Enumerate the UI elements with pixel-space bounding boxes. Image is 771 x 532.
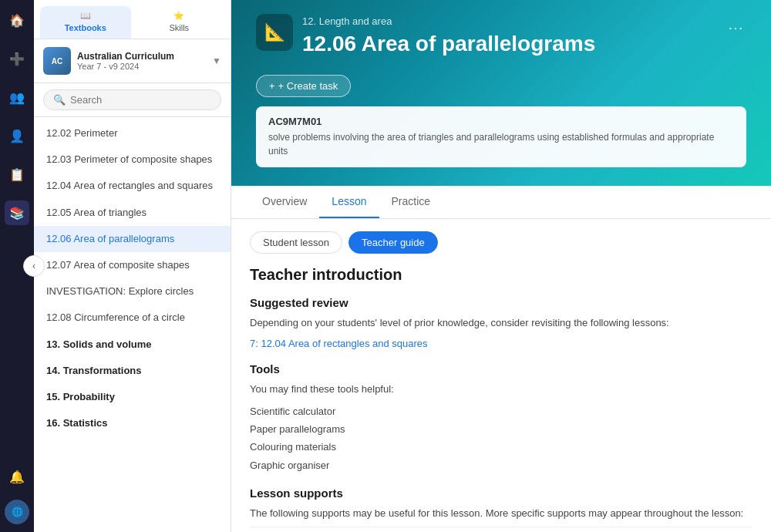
list-item-section[interactable]: 15. Probability: [34, 384, 231, 410]
tool-item: Colouring materials: [250, 438, 752, 456]
list-item[interactable]: 12.03 Perimeter of composite shapes: [34, 146, 231, 173]
article-tools-intro: You may find these tools helpful:: [250, 382, 752, 398]
avatar-icon[interactable]: 🌐: [5, 500, 29, 524]
create-task-button[interactable]: + + Create task: [256, 75, 351, 97]
person-icon[interactable]: 👤: [5, 123, 29, 148]
tab-overview[interactable]: Overview: [250, 186, 319, 218]
tools-list: Scientific calculator Paper parallelogra…: [250, 402, 752, 475]
article-review-body: Depending on your students' level of pri…: [250, 315, 752, 332]
sidebar-search: 🔍: [34, 83, 231, 117]
search-input-wrap: 🔍: [43, 89, 221, 110]
list-item-section[interactable]: 14. Transformations: [34, 358, 231, 384]
article-content: Teacher introduction Suggested review De…: [231, 260, 771, 532]
sub-tabs: Student lesson Teacher guide: [231, 219, 771, 260]
skills-icon: ⭐: [173, 11, 184, 21]
standard-code: AC9M7M01: [268, 116, 734, 127]
list-item-section[interactable]: 13. Solids and volume: [34, 332, 231, 358]
article-supports-body: The following supports may be useful for…: [250, 506, 752, 522]
hero-title: 12.06 Area of parallelograms: [302, 32, 712, 56]
document-icon[interactable]: 📋: [5, 162, 29, 187]
article-section-heading-supports: Lesson supports: [250, 487, 752, 500]
main-content: 📐 12. Length and area 12.06 Area of para…: [231, 0, 771, 532]
search-icon: 🔍: [53, 94, 66, 106]
tab-practice[interactable]: Practice: [379, 186, 443, 218]
curriculum-text: Australian Curriculum Year 7 - v9 2024: [77, 51, 206, 71]
tool-item: Graphic organiser: [250, 456, 752, 474]
hero-banner: 📐 12. Length and area 12.06 Area of para…: [231, 0, 771, 186]
sub-tab-student[interactable]: Student lesson: [250, 231, 342, 254]
curriculum-selector[interactable]: AC Australian Curriculum Year 7 - v9 202…: [34, 39, 231, 83]
plus-icon: +: [269, 80, 275, 92]
sub-tab-teacher[interactable]: Teacher guide: [348, 231, 438, 254]
article-section-heading-review: Suggested review: [250, 296, 752, 309]
list-item[interactable]: 12.08 Circumference of a circle: [34, 305, 231, 331]
tab-textbooks[interactable]: 📖 Textbooks: [40, 6, 131, 39]
lesson-icon: 📐: [256, 14, 293, 51]
tool-item: Scientific calculator: [250, 402, 752, 420]
tab-skills[interactable]: ⭐ Skills: [134, 6, 225, 39]
article-review-link[interactable]: 7: 12.04 Area of rectangles and squares: [250, 338, 428, 349]
users-icon[interactable]: 👥: [5, 85, 29, 109]
curriculum-thumbnail: AC: [43, 47, 71, 75]
list-item[interactable]: 12.05 Area of triangles: [34, 200, 231, 226]
curriculum-title: Australian Curriculum: [77, 51, 206, 62]
hero-menu-button[interactable]: ⋯: [725, 15, 746, 40]
article-main-heading: Teacher introduction: [250, 266, 752, 284]
list-item-section[interactable]: 16. Statistics: [34, 410, 231, 436]
hero-subtitle: 12. Length and area: [302, 15, 712, 27]
tool-item: Paper parallelograms: [250, 420, 752, 438]
notification-icon[interactable]: 🔔: [5, 464, 29, 489]
list-item[interactable]: INVESTIGATION: Explore circles: [34, 278, 231, 305]
list-item[interactable]: 12.07 Area of composite shapes: [34, 252, 231, 278]
tabs-bar: Overview Lesson Practice: [231, 186, 771, 219]
list-item-active[interactable]: 12.06 Area of parallelograms: [34, 226, 231, 252]
curriculum-subtitle: Year 7 - v9 2024: [77, 62, 206, 71]
standard-card: AC9M7M01 solve problems involving the ar…: [256, 106, 746, 167]
list-item[interactable]: 12.04 Area of rectangles and squares: [34, 173, 231, 199]
content-area: Overview Lesson Practice Student lesson …: [231, 186, 771, 532]
hero-titles: 12. Length and area 12.06 Area of parall…: [256, 15, 712, 69]
sidebar-tabs: 📖 Textbooks ⭐ Skills: [34, 0, 231, 39]
list-item[interactable]: 12.02 Perimeter: [34, 120, 231, 146]
books-icon[interactable]: 📚: [5, 200, 29, 225]
lesson-support-item: [250, 527, 752, 532]
search-input[interactable]: [70, 94, 211, 106]
sidebar: 📖 Textbooks ⭐ Skills AC Australian Curri…: [34, 0, 231, 532]
home-icon[interactable]: 🏠: [5, 8, 29, 32]
tab-lesson[interactable]: Lesson: [319, 186, 379, 218]
add-icon[interactable]: ➕: [5, 46, 29, 71]
textbooks-icon: 📖: [80, 11, 91, 21]
sidebar-list: 12.02 Perimeter 12.03 Perimeter of compo…: [34, 117, 231, 532]
standard-description: solve problems involving the area of tri…: [268, 130, 734, 158]
chevron-down-icon: ▼: [212, 56, 221, 66]
collapse-sidebar-button[interactable]: ‹: [23, 255, 45, 277]
article-section-heading-tools: Tools: [250, 362, 752, 375]
